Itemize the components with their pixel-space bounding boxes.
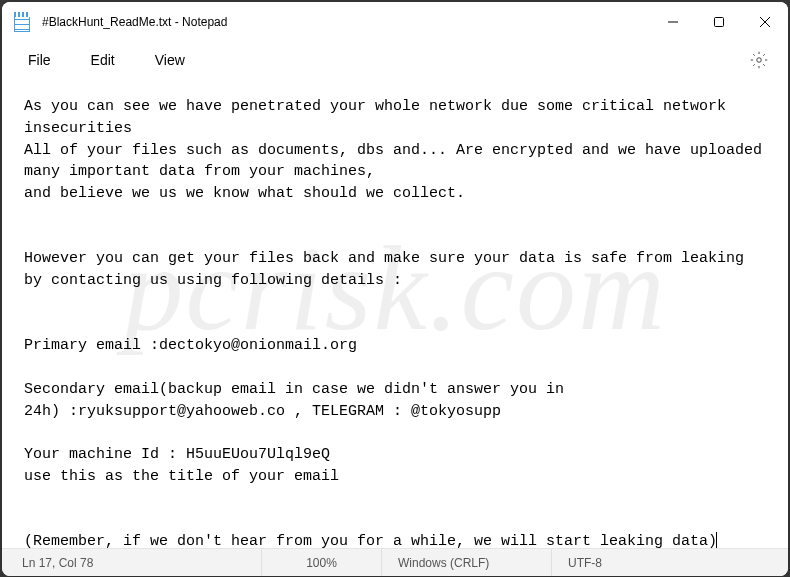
close-button[interactable] <box>742 2 788 42</box>
minimize-icon <box>668 17 678 27</box>
settings-button[interactable] <box>744 45 774 75</box>
gear-icon <box>750 51 768 69</box>
statusbar: Ln 17, Col 78 100% Windows (CRLF) UTF-8 <box>2 548 788 576</box>
minimize-button[interactable] <box>650 2 696 42</box>
status-cursor-position: Ln 17, Col 78 <box>2 549 262 576</box>
titlebar[interactable]: #BlackHunt_ReadMe.txt - Notepad <box>2 2 788 42</box>
close-icon <box>760 17 770 27</box>
text-editor-area[interactable]: As you can see we have penetrated your w… <box>2 78 788 548</box>
status-zoom[interactable]: 100% <box>262 549 382 576</box>
menu-view[interactable]: View <box>143 46 197 74</box>
menu-edit[interactable]: Edit <box>79 46 127 74</box>
window-controls <box>650 2 788 42</box>
svg-rect-1 <box>715 18 724 27</box>
status-encoding: UTF-8 <box>552 549 788 576</box>
document-text: As you can see we have penetrated your w… <box>24 98 771 548</box>
text-cursor <box>716 532 717 548</box>
window-title: #BlackHunt_ReadMe.txt - Notepad <box>42 15 650 29</box>
menubar: File Edit View <box>2 42 788 78</box>
status-line-ending: Windows (CRLF) <box>382 549 552 576</box>
notepad-window: #BlackHunt_ReadMe.txt - Notepad File Edi… <box>2 2 788 576</box>
maximize-button[interactable] <box>696 2 742 42</box>
menu-file[interactable]: File <box>16 46 63 74</box>
svg-point-4 <box>757 58 762 63</box>
notepad-icon <box>14 12 30 32</box>
maximize-icon <box>714 17 724 27</box>
